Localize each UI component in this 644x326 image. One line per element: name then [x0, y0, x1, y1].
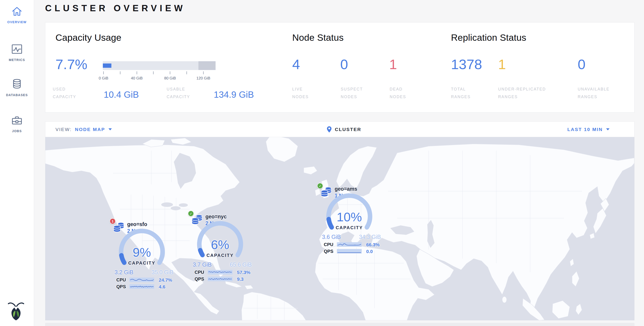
capacity-usage-title: Capacity Usage	[56, 32, 121, 43]
cpu-value: 66.3%	[366, 242, 380, 247]
page-title: CLUSTER OVERVIEW	[45, 3, 186, 13]
capacity-bar-reserved-segment	[198, 61, 216, 70]
capacity-used: 3.6 GiB	[322, 234, 341, 240]
cpu-sparkline	[337, 242, 362, 247]
dead-nodes-label: DEAD NODES	[390, 85, 406, 101]
capacity-percent: 7.7%	[56, 57, 87, 71]
axis-tick-label: 80 GiB	[164, 76, 176, 81]
cpu-label: CPU	[324, 242, 333, 247]
capacity-caption: CAPACITY	[327, 225, 372, 230]
cluster-summary-card: Capacity Usage 7.7% 0 GiB40 GiB80 GiB120…	[45, 22, 634, 113]
capacity-percent: 6%	[202, 238, 238, 251]
suspect-nodes-count: 0	[340, 57, 348, 71]
time-range-selector[interactable]: LAST 10 MIN	[567, 122, 610, 137]
cpu-label: CPU	[194, 270, 204, 275]
qps-metric-row: QPS 0.0	[317, 249, 392, 254]
capacity-used: 3.2 GiB	[114, 269, 133, 276]
sidebar-item-databases[interactable]: DATABASES	[0, 78, 34, 97]
suspect-nodes-label: SUSPECT NODES	[341, 85, 363, 101]
sidebar-item-label: JOBS	[0, 129, 34, 133]
usable-capacity-value: 134.9 GiB	[214, 90, 254, 99]
capacity-total: 65.6 GiB	[230, 261, 252, 268]
axis-tick	[186, 71, 187, 74]
cpu-metric-row: CPU 57.3%	[188, 270, 262, 275]
capacity-percent: 10%	[331, 211, 367, 223]
locality-ams[interactable]: ✓ geo=ams 1 Node 10% CAPACITY 3.6 GiB 34…	[317, 183, 392, 257]
axis-tick-label: 40 GiB	[131, 76, 143, 81]
node-status-title: Node Status	[292, 32, 344, 43]
healthy-badge: ✓	[188, 210, 194, 217]
qps-label: QPS	[116, 284, 126, 289]
dead-nodes-count: 1	[389, 57, 397, 71]
sidebar-item-overview[interactable]: OVERVIEW	[0, 5, 34, 24]
node-map[interactable]: 1 geo=sfo 2 Nodes 9% CAPACITY 3.2 GiB 35…	[45, 137, 634, 320]
node-map-card: VIEW: NODE MAP CLUSTER LAST 10 MIN	[45, 121, 634, 320]
cpu-label: CPU	[116, 277, 126, 283]
qps-metric-row: QPS 9.3	[188, 276, 262, 282]
sidebar-item-label: OVERVIEW	[0, 20, 34, 24]
cpu-sparkline	[130, 278, 154, 282]
cpu-value: 57.3%	[237, 270, 250, 275]
time-range-value[interactable]: LAST 10 MIN	[567, 127, 603, 132]
capacity-bar-axis: 0 GiB40 GiB80 GiB120 GiB	[103, 71, 216, 85]
capacity-total: 35.0 GiB	[152, 269, 174, 276]
qps-value: 9.3	[237, 277, 244, 282]
sidebar-item-metrics[interactable]: METRICS	[0, 43, 34, 62]
qps-sparkline	[337, 249, 362, 254]
map-toolbar: VIEW: NODE MAP CLUSTER LAST 10 MIN	[45, 122, 634, 137]
capacity-bar	[103, 61, 216, 70]
locality-name: geo=sfo	[127, 221, 147, 227]
usable-capacity-label: USABLE CAPACITY	[167, 85, 190, 101]
under-replicated-ranges-label: UNDER-REPLICATED RANGES	[498, 85, 546, 101]
axis-tick	[120, 71, 120, 74]
sidebar: OVERVIEW METRICS DATABASES JOBS	[0, 0, 34, 326]
chevron-down-icon	[606, 128, 610, 131]
qps-metric-row: QPS 4.6	[110, 284, 184, 290]
live-nodes-count: 4	[292, 57, 300, 71]
breadcrumb-label: CLUSTER	[335, 127, 361, 132]
qps-label: QPS	[194, 277, 204, 282]
axis-tick-label: 0 GiB	[99, 76, 108, 81]
qps-label: QPS	[324, 249, 333, 254]
locality-name: geo=nyc	[206, 214, 226, 220]
capacity-caption: CAPACITY	[119, 261, 164, 266]
capacity-percent: 9%	[124, 246, 160, 259]
total-ranges-count: 1378	[451, 57, 482, 71]
qps-sparkline	[208, 277, 232, 281]
capacity-total: 34.3 GiB	[359, 234, 381, 240]
locality-name: geo=ams	[335, 186, 357, 192]
axis-tick	[153, 71, 154, 74]
qps-sparkline	[130, 284, 154, 289]
chevron-down-icon	[108, 128, 112, 131]
database-stack-icon	[114, 222, 124, 233]
cockroachdb-logo[interactable]	[7, 301, 25, 321]
cpu-value: 24.7%	[159, 277, 172, 283]
axis-tick	[203, 71, 204, 74]
used-capacity-label: USED CAPACITY	[53, 85, 76, 101]
sidebar-item-jobs[interactable]: JOBS	[0, 114, 34, 133]
view-label: VIEW:	[56, 127, 72, 132]
sidebar-item-label: DATABASES	[0, 93, 34, 97]
total-ranges-label: TOTAL RANGES	[451, 85, 470, 101]
capacity-caption: CAPACITY	[198, 253, 243, 258]
view-value[interactable]: NODE MAP	[75, 127, 105, 132]
briefcase-icon	[10, 114, 23, 127]
qps-value: 0.0	[366, 249, 373, 254]
cpu-sparkline	[208, 270, 232, 274]
database-icon	[10, 78, 23, 91]
unavailable-ranges-count: 0	[578, 57, 585, 71]
axis-tick	[137, 71, 137, 74]
live-nodes-label: LIVE NODES	[292, 85, 309, 101]
locality-nyc[interactable]: ✓ geo=nyc 2 Nodes 6% CAPACITY 3.7 GiB 65…	[188, 210, 262, 285]
cpu-metric-row: CPU 66.3%	[317, 242, 392, 248]
locality-sfo[interactable]: 1 geo=sfo 2 Nodes 9% CAPACITY 3.2 GiB 35…	[110, 218, 184, 293]
under-replicated-ranges-count: 1	[498, 57, 506, 71]
database-stack-icon	[321, 187, 332, 197]
map-pin-icon	[327, 126, 332, 133]
healthy-badge: ✓	[317, 183, 323, 189]
capacity-used: 3.7 GiB	[193, 261, 212, 268]
view-selector[interactable]: VIEW: NODE MAP	[56, 122, 112, 137]
metrics-graph-icon	[10, 43, 23, 55]
axis-tick-label: 120 GiB	[196, 76, 210, 81]
capacity-bar-fill	[103, 63, 112, 68]
